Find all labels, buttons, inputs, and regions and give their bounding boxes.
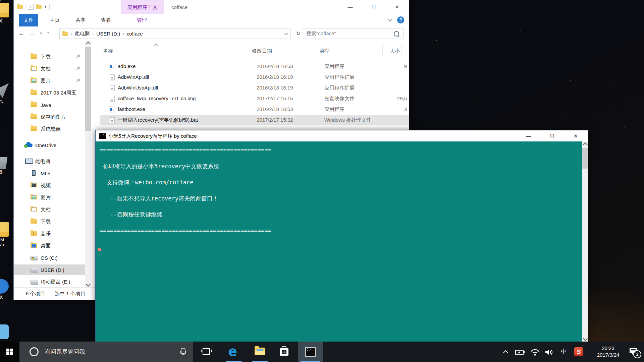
taskbar-explorer-button[interactable] <box>250 342 270 362</box>
sidebar-item-文档[interactable]: 文档 <box>14 204 95 215</box>
search-input[interactable]: 搜索"cofface" <box>306 31 394 37</box>
taskbar-cmd-button[interactable] <box>298 342 323 362</box>
sidebar-item-USER (D:)[interactable]: USER (D:) <box>14 264 85 275</box>
back-button[interactable]: ← <box>18 26 24 41</box>
search-box[interactable]: 搜索"cofface" <box>303 28 404 39</box>
battery-icon[interactable] <box>515 350 525 362</box>
console-scrollbar[interactable] <box>582 141 588 342</box>
sidebar-scrollbar[interactable] <box>85 41 91 288</box>
file-row[interactable]: AdbWinApi.dll2016/2/18 16:19应用程序扩展 <box>100 72 409 82</box>
ime-indicator[interactable]: 中 <box>559 342 568 362</box>
tray-expand-icon[interactable] <box>503 350 508 356</box>
file-name: 一键刷入recovery(需要先解bl锁).bat <box>118 115 198 125</box>
help-icon[interactable]: ? <box>397 16 404 23</box>
edge-icon: e <box>228 344 237 359</box>
refresh-button[interactable]: ↻ <box>294 28 302 38</box>
scroll-down-icon[interactable] <box>86 282 91 287</box>
breadcrumb-item[interactable]: USER (D:) <box>96 31 120 37</box>
explorer-titlebar[interactable]: ✓ ▼ 应用程序工具 cofface — ☐ ✕ <box>14 0 409 14</box>
column-header-3[interactable]: 类型 <box>320 48 330 54</box>
chevron-down-icon[interactable] <box>388 17 392 21</box>
sogou-input-icon[interactable]: S <box>574 347 583 356</box>
tab-主页[interactable]: 主页 <box>45 14 64 26</box>
speaker-icon[interactable] <box>545 349 554 362</box>
file-row[interactable]: 一键刷入recovery(需要先解bl锁).bat2017/2/17 15:32… <box>100 115 409 125</box>
close-button[interactable]: ✕ <box>385 0 409 14</box>
start-button[interactable] <box>0 342 19 362</box>
minimize-button[interactable]: — <box>338 0 362 14</box>
sidebar-item-移动硬盘 (E:)[interactable]: 移动硬盘 (E:) <box>14 277 95 287</box>
column-header-2[interactable]: 修改日期 <box>252 48 272 54</box>
forward-button[interactable]: → <box>29 26 35 41</box>
desktop-icon-paper-plane[interactable]: 此 <box>0 83 10 104</box>
wifi-icon[interactable] <box>530 349 540 362</box>
column-separator[interactable] <box>401 45 401 55</box>
qat-dropdown-icon[interactable]: ▼ <box>44 5 47 8</box>
microphone-icon[interactable] <box>181 348 185 354</box>
column-separator[interactable] <box>247 45 247 55</box>
sidebar-item-视频[interactable]: 视频 <box>14 180 95 191</box>
desktop-icon-folder[interactable]: 黄 <box>0 3 10 23</box>
chevron-down-icon[interactable] <box>284 31 288 35</box>
sidebar-item-保存的图片[interactable]: 保存的图片 <box>14 112 95 122</box>
sidebar-item-下载[interactable]: ↓下载 <box>14 51 95 62</box>
column-header-1[interactable]: 名称 <box>103 48 113 54</box>
close-button[interactable]: ✕ <box>564 130 587 141</box>
sidebar-item-此电脑[interactable]: 此电脑 <box>14 156 95 167</box>
minimize-button[interactable]: — <box>517 130 540 141</box>
tab-文件[interactable]: 文件 <box>19 14 38 26</box>
desktop-icon-app-shortcut[interactable]: 软 <box>0 279 10 299</box>
sidebar-item-OS (C:)[interactable]: OS (C:) <box>14 252 95 263</box>
file-row[interactable]: cofface_twrp_recovery_7.0_cn.img2017/2/1… <box>100 94 409 104</box>
console-titlebar[interactable]: 小米5导入Recovery向导程序 by cofface — ☐ ✕ <box>96 130 588 141</box>
file-row[interactable]: fastboot.exe2016/2/18 16:53应用程序3 <box>100 104 409 114</box>
breadcrumb-item[interactable]: cofface <box>127 31 143 37</box>
sidebar-item-音乐[interactable]: ♪音乐 <box>14 228 95 239</box>
taskbar-edge-button[interactable]: e <box>223 342 244 362</box>
sidebar-item-系统镜像[interactable]: 系统镜像 <box>14 124 95 134</box>
sidebar-item-图片[interactable]: 图片 <box>14 75 95 86</box>
scroll-up-icon[interactable] <box>86 42 91 46</box>
scrollbar-thumb[interactable] <box>85 47 91 131</box>
scrollbar-thumb[interactable] <box>582 148 588 169</box>
breadcrumb-item[interactable]: 此电脑 <box>75 31 90 37</box>
sidebar-item-下载[interactable]: ↓下载 <box>14 216 95 227</box>
sidebar-item-OneDrive[interactable]: OneDrive <box>14 140 95 150</box>
column-separator[interactable] <box>317 45 317 55</box>
sort-ascending-icon[interactable] <box>154 43 158 48</box>
taskbar-store-button[interactable] <box>274 342 294 362</box>
folder-icon[interactable] <box>36 5 42 9</box>
history-dropdown-icon[interactable]: ▼ <box>39 26 43 41</box>
maximize-button[interactable]: ☐ <box>362 0 385 14</box>
breadcrumb[interactable]: ›此电脑›USER (D:)›cofface <box>59 28 291 39</box>
column-header-4[interactable]: 大小 <box>390 48 400 54</box>
task-view-button[interactable] <box>197 342 215 362</box>
scroll-down-icon[interactable] <box>583 336 588 341</box>
checkmark-icon[interactable]: ✓ <box>28 4 34 10</box>
up-button[interactable]: ↑ <box>47 26 50 41</box>
sidebar-item-图片[interactable]: 图片 <box>14 192 95 203</box>
sidebar-item-文档[interactable]: 文档 <box>14 63 95 74</box>
file-date: 2016/2/18 16:53 <box>257 61 293 71</box>
cortana-search-bar[interactable]: 有问题尽管问我 <box>19 342 193 362</box>
folder-desktop-icon <box>31 243 37 248</box>
sidebar-item-MI 5[interactable]: MI 5 <box>14 168 95 179</box>
console-content[interactable]: ========================================… <box>96 141 588 342</box>
img-file-icon <box>110 96 115 102</box>
file-row[interactable]: adb.exe2016/2/18 16:53应用程序9 <box>100 61 409 71</box>
tab-管理[interactable]: 管理 <box>132 14 152 26</box>
column-separator[interactable] <box>382 45 383 55</box>
action-center-button[interactable]: 2 <box>629 348 638 355</box>
desktop-icon-folder-shortcut[interactable]: VM Wo <box>0 222 10 247</box>
sidebar-item-桌面[interactable]: 桌面 <box>14 240 95 251</box>
sidebar-item-2017-03-24周五[interactable]: 2017-03-24周五 <box>14 87 95 98</box>
maximize-button[interactable]: ☐ <box>540 130 564 141</box>
file-row[interactable]: AdbWinUsbApi.dll2016/2/18 16:19应用程序扩展 <box>100 83 409 93</box>
scroll-up-icon[interactable] <box>583 142 588 147</box>
desktop-icon-recycle-bin[interactable]: 回 <box>0 154 10 175</box>
desktop-icon-app-shortcut-2[interactable] <box>0 324 10 340</box>
clock[interactable]: 20:23 2017/3/24 <box>590 342 627 362</box>
sidebar-item-Java[interactable]: Java <box>14 100 95 110</box>
tab-共享[interactable]: 共享 <box>71 14 90 26</box>
tab-查看[interactable]: 查看 <box>97 14 115 26</box>
